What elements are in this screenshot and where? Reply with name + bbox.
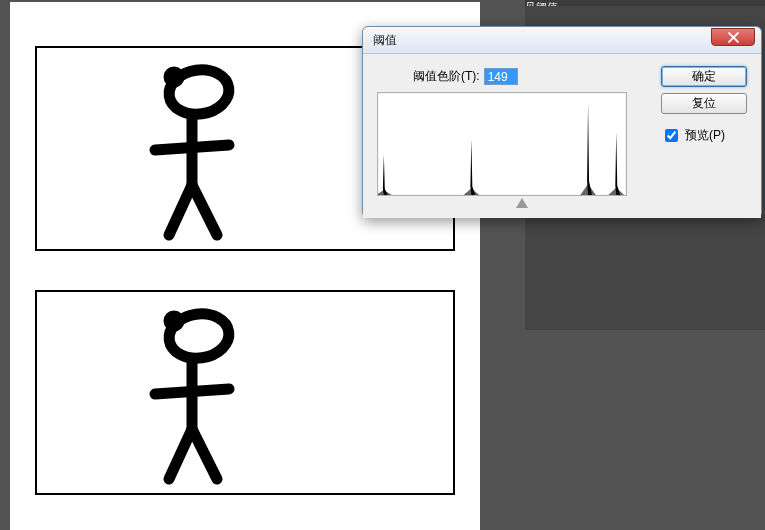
slider-thumb-icon[interactable]	[516, 198, 528, 208]
svg-point-1	[169, 72, 179, 82]
svg-line-10	[169, 429, 192, 479]
svg-line-9	[155, 389, 229, 394]
threshold-field-label: 阈值色阶(T):	[413, 68, 480, 85]
close-button[interactable]	[711, 28, 755, 46]
preview-checkbox-row[interactable]: 预览(P)	[661, 126, 725, 145]
canvas-frame-2	[35, 290, 455, 495]
close-icon	[728, 32, 739, 43]
svg-line-5	[192, 185, 217, 235]
dialog-title: 阈值	[373, 32, 397, 49]
threshold-dialog: 阈值 阈值色阶(T): 确定	[362, 26, 762, 218]
preview-label: 预览(P)	[685, 127, 725, 144]
dialog-titlebar[interactable]: 阈值	[363, 27, 761, 54]
ok-button[interactable]: 确定	[661, 66, 747, 87]
preview-checkbox[interactable]	[665, 129, 678, 142]
threshold-slider[interactable]	[377, 198, 627, 212]
ok-button-label: 确定	[692, 68, 716, 85]
workspace: 见阈值	[0, 0, 765, 530]
stick-figure-drawing	[137, 60, 257, 245]
reset-button-label: 复位	[692, 95, 716, 112]
side-panel-header: 见阈值	[525, 0, 765, 6]
side-panel-title: 见阈值	[525, 1, 558, 6]
svg-line-11	[192, 429, 217, 479]
histogram-box	[377, 92, 627, 196]
svg-point-7	[169, 316, 179, 326]
dialog-button-column: 确定 复位 预览(P)	[661, 66, 747, 145]
threshold-field-row: 阈值色阶(T):	[413, 68, 518, 85]
svg-line-3	[155, 145, 229, 150]
dialog-body: 阈值色阶(T): 确定 复位 预览(P)	[363, 54, 761, 218]
threshold-level-input[interactable]	[484, 68, 518, 85]
svg-line-4	[169, 185, 192, 235]
histogram-chart	[378, 93, 626, 195]
stick-figure-drawing	[137, 304, 257, 489]
reset-button[interactable]: 复位	[661, 93, 747, 114]
